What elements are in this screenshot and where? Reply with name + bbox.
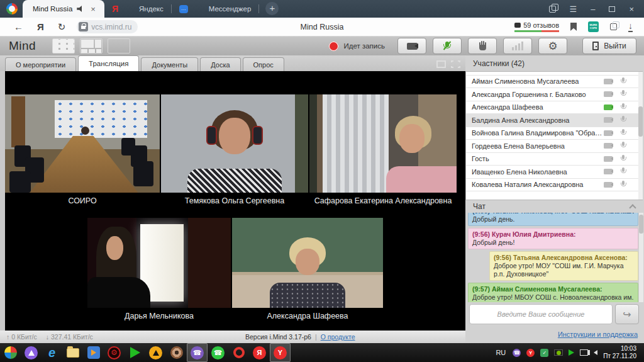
video-label: Темякова Ольга Сергеевна — [161, 196, 308, 205]
tab-broadcast[interactable]: Трансляция — [78, 55, 139, 71]
conference-tabstrip: О мероприятии Трансляция Документы Доска… — [0, 55, 465, 71]
clock-time: 10:03 — [603, 345, 636, 353]
reviews-widget[interactable]: 59 отзывов — [514, 21, 559, 32]
window-restore-button[interactable] — [609, 6, 615, 12]
tray-antivirus-icon[interactable]: ✓ — [540, 349, 548, 357]
status-bar: ↑ 0 КБит/с ↓ 327.41 КБит/с Версия i.Mind… — [0, 331, 465, 343]
tab-audio-icon[interactable] — [77, 6, 84, 12]
support-link[interactable]: Инструкции и поддержка — [558, 331, 638, 338]
browser-tab-messenger[interactable]: … Мессенджер — [172, 0, 259, 18]
browser-menu-icon[interactable]: ☰ — [570, 4, 577, 14]
extension-icon[interactable]: MURECOPE — [588, 21, 599, 32]
raise-hand-button[interactable] — [468, 38, 497, 54]
tab-groups-icon[interactable] — [549, 6, 556, 13]
chat-scrollbar[interactable] — [639, 213, 643, 302]
video-tile-melnikova[interactable] — [87, 218, 231, 308]
participant-row[interactable]: Гордеева Елена Валерьевна — [466, 140, 643, 153]
browser-tab-yandex[interactable]: Я Яндекс — [104, 0, 171, 18]
start-button[interactable] — [0, 343, 21, 362]
participants-list[interactable]: Айман Слименовна МусагалееваАлександра Г… — [465, 71, 643, 200]
window-close-button[interactable]: × — [629, 4, 634, 14]
tray-download-icon[interactable] — [569, 349, 574, 356]
about-product-link[interactable]: О продукте — [321, 333, 355, 341]
new-tab-button[interactable]: + — [265, 2, 279, 15]
participant-row[interactable]: Войнова Галина Владимировна "Образоват..… — [466, 127, 643, 140]
scrollbar-thumb[interactable] — [639, 215, 643, 234]
scrollbar-thumb[interactable] — [638, 106, 643, 137]
taskbar-media-player[interactable] — [83, 343, 104, 362]
camera-off-icon — [604, 130, 613, 136]
version-label: Версия i.Mind 3.17-p6 — [245, 333, 311, 341]
taskbar-internet-explorer[interactable]: e — [42, 343, 62, 362]
language-indicator[interactable]: RU — [496, 349, 506, 356]
tray-viber-icon[interactable]: ☎ — [513, 349, 521, 357]
microphone-button[interactable] — [433, 38, 462, 54]
tab-whiteboard[interactable]: Доска — [200, 57, 240, 71]
tray-volume-icon[interactable] — [594, 350, 597, 355]
layout-grid-button[interactable] — [52, 38, 75, 54]
participant-row[interactable]: Александра Горшенина г. Балаково — [466, 88, 643, 101]
taskbar-yandex-browser[interactable]: Y — [270, 343, 291, 362]
taskbar-whatsapp[interactable]: ☎ — [208, 343, 228, 362]
layout-single-button[interactable] — [108, 38, 130, 54]
taskbar-viber[interactable]: ☎ — [187, 343, 208, 362]
windowed-view-icon[interactable] — [436, 60, 446, 68]
participant-row[interactable]: Иващенко Елена Николаевна — [466, 166, 643, 179]
mic-icon — [620, 167, 626, 176]
layout-mixed-button[interactable] — [80, 38, 103, 54]
settings-button[interactable]: ⚙ — [538, 38, 567, 54]
tab-about-event[interactable]: О мероприятии — [5, 57, 76, 71]
video-tile-safarova[interactable] — [309, 94, 457, 193]
green-arrow-icon — [130, 347, 140, 358]
participant-row[interactable]: Гость — [466, 153, 643, 166]
exit-button[interactable]: Выйти — [582, 38, 636, 54]
connection-stats-button[interactable] — [503, 38, 532, 54]
browser-tab-mind-russia[interactable]: Mind Russia × — [23, 0, 104, 18]
decor — [518, 43, 520, 50]
collections-icon[interactable] — [610, 23, 617, 30]
tab-poll[interactable]: Опрос — [243, 57, 284, 71]
chat-message-input[interactable] — [469, 304, 613, 324]
chat-collapse-icon[interactable] — [629, 204, 636, 211]
folder-icon — [67, 348, 79, 358]
taskbar-aimp[interactable] — [145, 343, 166, 362]
taskbar-file-explorer[interactable] — [62, 343, 83, 362]
tray-nvidia-icon[interactable] — [554, 349, 563, 356]
participants-scrollbar[interactable] — [638, 72, 643, 200]
video-tile-shafeeva[interactable] — [232, 218, 383, 308]
decor — [399, 124, 425, 153]
taskbar-alice[interactable] — [21, 343, 42, 362]
participant-row[interactable]: Айман Слименовна Мусагалеева — [466, 76, 643, 89]
decor — [153, 350, 159, 356]
downloads-icon[interactable]: ↓ — [628, 22, 633, 32]
participant-name: Ковалева Наталия Александровна — [472, 181, 604, 188]
tab-close-icon[interactable]: × — [91, 4, 96, 14]
taskbar: e ⚙ ☎ ☎ Я Y RU ☎ Y ✓ 10:03 Пт 27.11.20 — [0, 343, 644, 362]
decor — [451, 60, 453, 62]
taskbar-download-master[interactable] — [125, 343, 145, 362]
taskbar-opera[interactable] — [228, 343, 249, 362]
chat-messages[interactable]: (9:55) Татьяна Тихонова, МОУ СОШ №12 г.Б… — [465, 213, 644, 302]
browser-tab-label: Яндекс — [139, 5, 164, 13]
taskbar-disc-burner[interactable] — [166, 343, 187, 362]
video-tile-soiro[interactable] — [5, 94, 160, 193]
window-minimize-button[interactable]: – — [591, 4, 595, 14]
tab-documents[interactable]: Документы — [141, 57, 198, 71]
participant-row[interactable]: Балдина Анна Александровна — [466, 114, 643, 127]
fullscreen-icon[interactable] — [451, 60, 460, 68]
participant-row[interactable]: Александра Шафеева — [466, 101, 643, 115]
taskbar-clock[interactable]: 10:03 Пт 27.11.20 — [603, 345, 639, 360]
tray-yandex-icon[interactable]: Y — [526, 349, 535, 357]
door-icon — [592, 42, 599, 50]
taskbar-yandex[interactable]: Я — [249, 343, 270, 362]
participant-row[interactable]: Ковалева Наталия Александровна — [466, 179, 643, 192]
camera-button[interactable] — [397, 38, 426, 54]
video-tile-temyakova[interactable] — [161, 94, 308, 193]
bookmark-icon[interactable] — [570, 23, 577, 31]
send-message-button[interactable]: ↪ — [615, 304, 639, 324]
video-stage: СОИРО Темякова Ольга Сергеевна Сафарова … — [5, 71, 465, 331]
taskbar-utility[interactable]: ⚙ — [104, 343, 125, 362]
decor — [52, 38, 130, 54]
recording-label: Идет запись — [343, 42, 385, 50]
app-header: Mind Идет запись ⚙ — [0, 37, 644, 55]
